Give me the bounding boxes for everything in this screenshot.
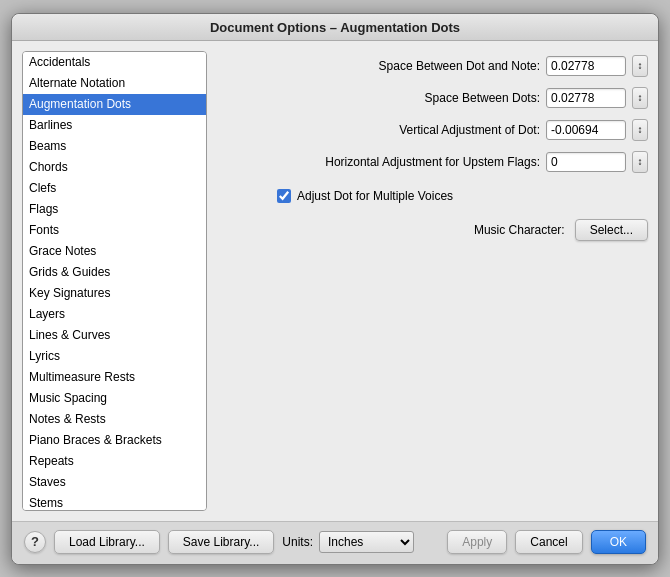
list-item[interactable]: Clefs (23, 178, 206, 199)
vertical-adjustment-input[interactable] (546, 120, 626, 140)
horizontal-adjustment-input[interactable] (546, 152, 626, 172)
list-item[interactable]: Augmentation Dots (23, 94, 206, 115)
list-item[interactable]: Key Signatures (23, 283, 206, 304)
list-item[interactable]: Beams (23, 136, 206, 157)
list-item[interactable]: Repeats (23, 451, 206, 472)
main-content: AccidentalsAlternate NotationAugmentatio… (12, 41, 658, 521)
list-item[interactable]: Grids & Guides (23, 262, 206, 283)
space-dot-note-label: Space Between Dot and Note: (379, 59, 540, 73)
help-button[interactable]: ? (24, 531, 46, 553)
document-options-window: Document Options – Augmentation Dots Acc… (11, 13, 659, 565)
space-dots-label: Space Between Dots: (425, 91, 540, 105)
title-bar: Document Options – Augmentation Dots (12, 14, 658, 41)
list-item[interactable]: Grace Notes (23, 241, 206, 262)
select-button[interactable]: Select... (575, 219, 648, 241)
list-item[interactable]: Piano Braces & Brackets (23, 430, 206, 451)
list-item[interactable]: Stems (23, 493, 206, 511)
adjust-dot-row: Adjust Dot for Multiple Voices (277, 189, 648, 203)
vertical-adjustment-spinner[interactable]: ↕ (632, 119, 648, 141)
list-item[interactable]: Flags (23, 199, 206, 220)
vertical-adjustment-label: Vertical Adjustment of Dot: (399, 123, 540, 137)
vertical-adjustment-row: Vertical Adjustment of Dot: ↕ (217, 119, 648, 141)
list-item[interactable]: Fonts (23, 220, 206, 241)
list-item[interactable]: Multimeasure Rests (23, 367, 206, 388)
space-dot-note-input[interactable] (546, 56, 626, 76)
space-dots-row: Space Between Dots: ↕ (217, 87, 648, 109)
footer-right: Apply Cancel OK (447, 530, 646, 554)
footer-left: ? Load Library... Save Library... Units:… (24, 530, 414, 554)
list-item[interactable]: Chords (23, 157, 206, 178)
units-label: Units: (282, 535, 313, 549)
options-list[interactable]: AccidentalsAlternate NotationAugmentatio… (22, 51, 207, 511)
horizontal-adjustment-spinner[interactable]: ↕ (632, 151, 648, 173)
list-item[interactable]: Accidentals (23, 52, 206, 73)
list-item[interactable]: Layers (23, 304, 206, 325)
spacer (217, 247, 648, 511)
list-item[interactable]: Music Spacing (23, 388, 206, 409)
list-item[interactable]: Lines & Curves (23, 325, 206, 346)
list-item[interactable]: Lyrics (23, 346, 206, 367)
space-dot-note-spinner[interactable]: ↕ (632, 55, 648, 77)
units-select[interactable]: Inches Centimeters EVPU Points Spaces (319, 531, 414, 553)
footer: ? Load Library... Save Library... Units:… (12, 521, 658, 564)
cancel-button[interactable]: Cancel (515, 530, 582, 554)
space-dot-note-row: Space Between Dot and Note: ↕ (217, 55, 648, 77)
apply-button[interactable]: Apply (447, 530, 507, 554)
music-character-label: Music Character: (474, 223, 565, 237)
music-character-row: Music Character: Select... (217, 219, 648, 241)
load-library-button[interactable]: Load Library... (54, 530, 160, 554)
space-dots-input[interactable] (546, 88, 626, 108)
right-panel: Space Between Dot and Note: ↕ Space Betw… (217, 51, 648, 511)
units-row: Units: Inches Centimeters EVPU Points Sp… (282, 531, 414, 553)
list-item[interactable]: Notes & Rests (23, 409, 206, 430)
list-item[interactable]: Barlines (23, 115, 206, 136)
adjust-dot-checkbox[interactable] (277, 189, 291, 203)
ok-button[interactable]: OK (591, 530, 646, 554)
save-library-button[interactable]: Save Library... (168, 530, 274, 554)
adjust-dot-label: Adjust Dot for Multiple Voices (297, 189, 453, 203)
horizontal-adjustment-label: Horizontal Adjustment for Upstem Flags: (325, 155, 540, 169)
window-title: Document Options – Augmentation Dots (210, 20, 460, 35)
list-item[interactable]: Staves (23, 472, 206, 493)
horizontal-adjustment-row: Horizontal Adjustment for Upstem Flags: … (217, 151, 648, 173)
list-item[interactable]: Alternate Notation (23, 73, 206, 94)
space-dots-spinner[interactable]: ↕ (632, 87, 648, 109)
